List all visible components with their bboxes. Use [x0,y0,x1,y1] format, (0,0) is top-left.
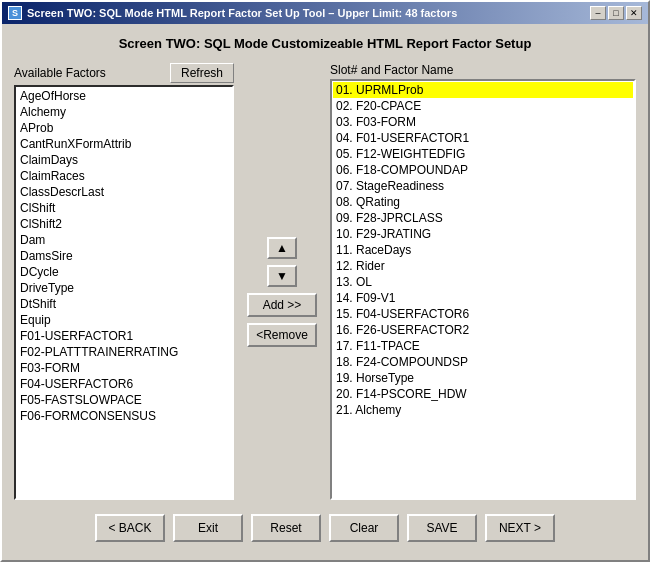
title-bar: S Screen TWO: SQL Mode HTML Report Facto… [2,2,648,24]
window-title: Screen TWO: SQL Mode HTML Report Factor … [27,7,457,19]
available-factor-item[interactable]: ClaimRaces [17,168,231,184]
slot-factor-item[interactable]: 21. Alchemy [333,402,633,418]
available-factor-item[interactable]: F05-FASTSLOWPACE [17,392,231,408]
slot-factor-item[interactable]: 17. F11-TPACE [333,338,633,354]
slot-header: Slot# and Factor Name [330,63,636,77]
slot-factor-item[interactable]: 18. F24-COMPOUNDSP [333,354,633,370]
available-factor-item[interactable]: ClaimDays [17,152,231,168]
slot-factor-item[interactable]: 02. F20-CPACE [333,98,633,114]
available-factor-item[interactable]: AProb [17,120,231,136]
slot-factor-item[interactable]: 20. F14-PSCORE_HDW [333,386,633,402]
title-bar-left: S Screen TWO: SQL Mode HTML Report Facto… [8,6,457,20]
available-factor-item[interactable]: ClassDescrLast [17,184,231,200]
available-factor-item[interactable]: DriveType [17,280,231,296]
reset-button[interactable]: Reset [251,514,321,542]
slot-factor-item[interactable]: 03. F03-FORM [333,114,633,130]
available-factors-list[interactable]: AgeOfHorseAlchemyAProbCantRunXFormAttrib… [14,85,234,500]
next-button[interactable]: NEXT > [485,514,555,542]
slot-factor-item[interactable]: 04. F01-USERFACTOR1 [333,130,633,146]
main-window: S Screen TWO: SQL Mode HTML Report Facto… [0,0,650,562]
up-arrow-button[interactable]: ▲ [267,237,297,259]
slot-factor-item[interactable]: 05. F12-WEIGHTEDFIG [333,146,633,162]
screen-title: Screen TWO: SQL Mode Customizeable HTML … [14,32,636,57]
slot-factor-item[interactable]: 08. QRating [333,194,633,210]
refresh-button[interactable]: Refresh [170,63,234,83]
add-button[interactable]: Add >> [247,293,317,317]
available-factor-item[interactable]: Equip [17,312,231,328]
down-arrow-button[interactable]: ▼ [267,265,297,287]
available-factor-item[interactable]: AgeOfHorse [17,88,231,104]
slot-factor-item[interactable]: 15. F04-USERFACTOR6 [333,306,633,322]
maximize-button[interactable]: □ [608,6,624,20]
slot-factor-item[interactable]: 16. F26-USERFACTOR2 [333,322,633,338]
available-factor-item[interactable]: DtShift [17,296,231,312]
available-factor-item[interactable]: CantRunXFormAttrib [17,136,231,152]
slot-factors-list[interactable]: 01. UPRMLProb02. F20-CPACE03. F03-FORM04… [330,79,636,500]
slot-factor-item[interactable]: 19. HorseType [333,370,633,386]
available-factor-item[interactable]: Dam [17,232,231,248]
slot-factor-item[interactable]: 10. F29-JRATING [333,226,633,242]
available-factors-label: Available Factors [14,66,106,80]
available-factor-item[interactable]: F04-USERFACTOR6 [17,376,231,392]
exit-button[interactable]: Exit [173,514,243,542]
available-factor-item[interactable]: Alchemy [17,104,231,120]
back-button[interactable]: < BACK [95,514,165,542]
slot-factor-item[interactable]: 11. RaceDays [333,242,633,258]
slot-factor-item[interactable]: 06. F18-COMPOUNDAP [333,162,633,178]
slot-factor-item[interactable]: 14. F09-V1 [333,290,633,306]
available-factor-item[interactable]: ClShift2 [17,216,231,232]
content-area: Screen TWO: SQL Mode Customizeable HTML … [2,24,648,560]
close-button[interactable]: ✕ [626,6,642,20]
available-factor-item[interactable]: F06-FORMCONSENSUS [17,408,231,424]
main-area: Available Factors Refresh AgeOfHorseAlch… [14,63,636,500]
slot-factor-item[interactable]: 07. StageReadiness [333,178,633,194]
slot-factor-item[interactable]: 09. F28-JPRCLASS [333,210,633,226]
window-icon: S [8,6,22,20]
middle-panel: ▲ ▼ Add >> <Remove [242,63,322,500]
available-factor-item[interactable]: F01-USERFACTOR1 [17,328,231,344]
available-factor-item[interactable]: DCycle [17,264,231,280]
clear-button[interactable]: Clear [329,514,399,542]
slot-factor-item[interactable]: 01. UPRMLProb [333,82,633,98]
left-panel: Available Factors Refresh AgeOfHorseAlch… [14,63,234,500]
remove-button[interactable]: <Remove [247,323,317,347]
save-button[interactable]: SAVE [407,514,477,542]
minimize-button[interactable]: – [590,6,606,20]
available-factor-item[interactable]: DamsSire [17,248,231,264]
left-panel-header: Available Factors Refresh [14,63,234,83]
slot-factor-item[interactable]: 12. Rider [333,258,633,274]
available-factor-item[interactable]: F03-FORM [17,360,231,376]
slot-factor-item[interactable]: 13. OL [333,274,633,290]
button-bar: < BACK Exit Reset Clear SAVE NEXT > [14,506,636,552]
title-bar-buttons: – □ ✕ [590,6,642,20]
available-factor-item[interactable]: ClShift [17,200,231,216]
available-factor-item[interactable]: F02-PLATTTRAINERRATING [17,344,231,360]
right-panel: Slot# and Factor Name 01. UPRMLProb02. F… [330,63,636,500]
